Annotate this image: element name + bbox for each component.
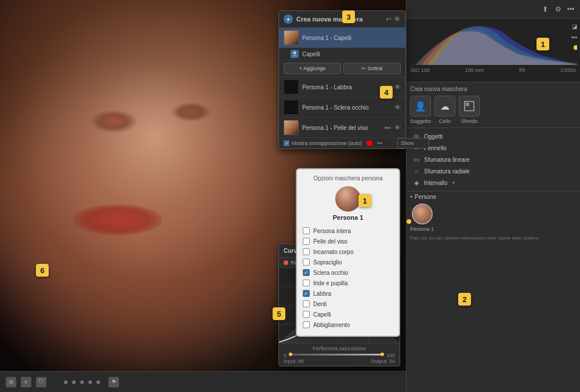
checkbox-abbigliamento[interactable] bbox=[303, 321, 310, 328]
add-label: Aggiunge bbox=[303, 66, 325, 71]
range-chevron: ▾ bbox=[452, 180, 455, 186]
checkbox-incarnato[interactable] bbox=[303, 248, 310, 255]
people-info-text: Fate clic qui per ulteriori informazioni… bbox=[410, 235, 577, 241]
mask-type-background[interactable]: Sfondo bbox=[459, 96, 480, 124]
overlay-checkbox[interactable]: ✓ bbox=[284, 140, 289, 146]
range-label: Intervallo bbox=[424, 180, 448, 186]
tool-brush[interactable]: ✏ Pennello bbox=[410, 142, 577, 154]
mlp-item3-eye-icon[interactable]: 👁 bbox=[394, 104, 401, 111]
checkbox-persona-intera[interactable] bbox=[303, 227, 310, 234]
mlp-add-btn[interactable]: + Aggiunge bbox=[284, 63, 341, 74]
checkbox-iride[interactable] bbox=[303, 280, 310, 286]
checkbox-pelle-viso[interactable] bbox=[303, 238, 310, 245]
curve-progress-bar[interactable] bbox=[289, 354, 384, 355]
star-1[interactable]: ★ bbox=[63, 378, 69, 386]
star-3[interactable]: ★ bbox=[79, 378, 85, 386]
svg-point-3 bbox=[293, 52, 296, 55]
mlp-overlay-row: ✓ Mostra sovrapposizione (auto) ••• bbox=[279, 138, 405, 148]
histogram-info: ISO 100 100 mm f/9 1/200s bbox=[409, 67, 577, 73]
person-selected-dot bbox=[407, 219, 411, 224]
top-right-toolbar: ⬆ ⚙ ••• bbox=[407, 0, 580, 19]
people-section: ▾ Persone Persona 1 Fate clic qui per ul… bbox=[407, 191, 580, 244]
tool-linear[interactable]: ▭ Sfumatura lineare bbox=[410, 154, 577, 165]
mlp-item2-eye-icon[interactable]: 👁 bbox=[394, 84, 401, 90]
option-sopraciglio[interactable]: Sopraciglio bbox=[303, 257, 393, 267]
checkbox-sclera[interactable]: ✓ bbox=[303, 269, 310, 276]
tool-range[interactable]: ◈ Intervallo ▾ bbox=[410, 177, 577, 188]
checkbox-sopraciglio[interactable] bbox=[303, 259, 310, 266]
curve-range-min: 0 bbox=[284, 353, 287, 358]
option-iride[interactable]: Iride e pupilla bbox=[303, 278, 393, 288]
lips-area bbox=[73, 204, 162, 235]
star-4[interactable]: ★ bbox=[87, 378, 93, 386]
curve-left-handle[interactable] bbox=[289, 353, 292, 356]
mask-list-panel: + Crea nuova maschera ↩ 👁 Persona 1 - Ca… bbox=[278, 10, 406, 149]
person-1-item[interactable]: Persona 1 bbox=[410, 204, 434, 232]
flag-icon[interactable]: ⚑ bbox=[108, 377, 119, 387]
label-pelle-viso: Pelle del viso bbox=[313, 238, 347, 245]
mlp-undo-icon[interactable]: ↩ bbox=[386, 15, 392, 23]
show-panel: Show bbox=[397, 138, 429, 148]
grid-view-icon[interactable]: ⊞ bbox=[6, 377, 16, 387]
option-denti[interactable]: Denti bbox=[303, 299, 393, 309]
mlp-thumb-1 bbox=[284, 30, 299, 45]
mlp-item-hair[interactable]: Capelli bbox=[279, 48, 405, 60]
mlp-add-icon[interactable]: + bbox=[284, 14, 293, 24]
overlay-dots[interactable]: ••• bbox=[377, 140, 382, 146]
mlp-item-1[interactable]: Persona 1 - Capelli bbox=[279, 28, 405, 48]
option-persona-intera[interactable]: Persona intera bbox=[303, 226, 393, 236]
star-5[interactable]: ★ bbox=[95, 378, 102, 386]
gear-icon[interactable]: ⚙ bbox=[553, 5, 563, 14]
subject-label: Soggetto bbox=[410, 118, 431, 124]
subject-icon: 👤 bbox=[410, 96, 431, 117]
option-abbigliamento[interactable]: Abbigliamento bbox=[303, 320, 393, 330]
mlp-label-3: Persona 1 - Sclera occhio bbox=[302, 104, 391, 111]
option-incarnato[interactable]: Incarnato corpo bbox=[303, 246, 393, 257]
mlp-subtract-btn[interactable]: ✂ Sottrai bbox=[343, 63, 401, 74]
histogram-canvas bbox=[409, 21, 577, 65]
histogram-icon-2[interactable]: ••• bbox=[570, 32, 579, 42]
star-2[interactable]: ★ bbox=[71, 378, 77, 386]
tool-objects[interactable]: ◎ Oggetti bbox=[410, 130, 577, 142]
label-abbigliamento: Abbigliamento bbox=[313, 322, 350, 328]
subtract-icon: ✂ bbox=[361, 66, 366, 71]
badge-2: 2 bbox=[458, 293, 471, 306]
export-icon[interactable]: ⬆ bbox=[541, 5, 550, 14]
label-denti: Denti bbox=[313, 301, 327, 307]
people-section-header[interactable]: ▾ Persone bbox=[410, 194, 577, 200]
option-capelli[interactable]: Capelli bbox=[303, 309, 393, 320]
checkbox-capelli[interactable] bbox=[303, 311, 310, 318]
pop-person-name: Persona 1 bbox=[333, 214, 364, 221]
badge-3: 3 bbox=[342, 10, 355, 23]
subtract-label: Sottrai bbox=[367, 66, 382, 71]
option-labbra[interactable]: ✓ Labbra bbox=[303, 288, 393, 299]
mask-type-sky[interactable]: ☁ Cielo bbox=[434, 96, 455, 124]
more-icon[interactable]: ••• bbox=[566, 5, 575, 14]
list-view-icon[interactable]: ≡ bbox=[21, 377, 31, 387]
star-rating: ★ ★ ★ ★ ★ bbox=[63, 378, 102, 386]
badge-4: 4 bbox=[380, 86, 393, 99]
person-options-panel: Opzioni maschera persona Persona 1 Perso… bbox=[296, 168, 400, 337]
mlp-item4-dots-icon[interactable]: ••• bbox=[384, 124, 391, 131]
pop-avatar-inner bbox=[335, 186, 361, 212]
mlp-item-3[interactable]: Persona 1 - Sclera occhio 👁 bbox=[279, 97, 405, 118]
range-icon: ◈ bbox=[412, 179, 420, 187]
mask-type-subject[interactable]: 👤 Soggetto bbox=[410, 96, 431, 124]
bottom-toolbar: ⊞ ≡ ⛉ ★ ★ ★ ★ ★ ⚑ bbox=[0, 371, 406, 392]
overlay-red-dot bbox=[367, 140, 372, 146]
mlp-item-4[interactable]: Persona 1 - Pelle del viso ••• 👁 bbox=[279, 118, 405, 138]
checkbox-denti[interactable] bbox=[303, 300, 310, 307]
histogram-icon-1[interactable]: ◪ bbox=[570, 21, 579, 31]
mlp-hair-icon bbox=[291, 50, 299, 58]
option-sclera[interactable]: ✓ Sclera occhio bbox=[303, 267, 393, 278]
option-pelle-viso[interactable]: Pelle del viso bbox=[303, 236, 393, 246]
svg-point-0 bbox=[574, 45, 577, 50]
person-1-avatar bbox=[412, 204, 433, 224]
mlp-item4-eye-icon[interactable]: 👁 bbox=[394, 124, 401, 131]
tool-radial[interactable]: ○ Sfumatura radiale bbox=[410, 165, 577, 177]
sky-label: Cielo bbox=[439, 118, 451, 124]
checkbox-labbra[interactable]: ✓ bbox=[303, 290, 310, 297]
filter-icon[interactable]: ⛉ bbox=[36, 377, 46, 387]
curve-right-handle[interactable] bbox=[380, 353, 384, 356]
mlp-eye-icon[interactable]: 👁 bbox=[394, 15, 401, 23]
